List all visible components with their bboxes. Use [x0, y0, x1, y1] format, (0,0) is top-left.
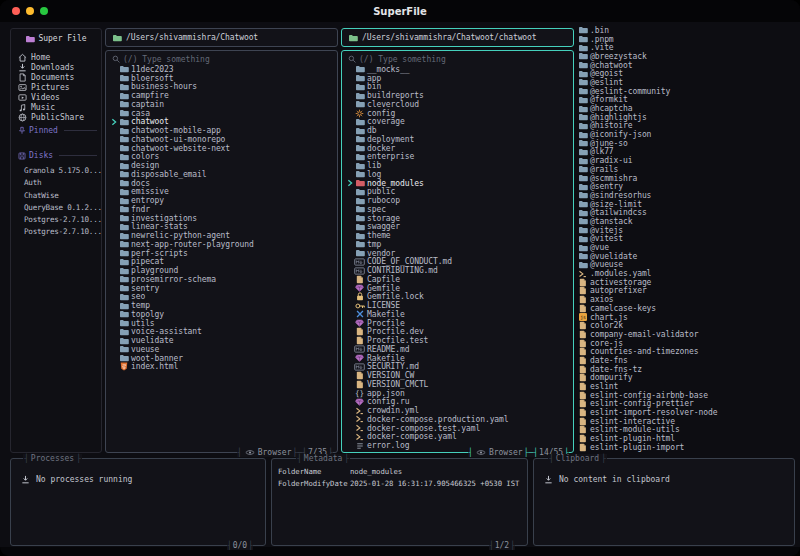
- search-bar[interactable]: (/) Type something: [106, 54, 337, 65]
- file-row[interactable]: .pnpm: [577, 35, 800, 44]
- file-row[interactable]: fndr: [106, 205, 337, 214]
- file-row[interactable]: CODE_OF_CONDUCT.md: [342, 258, 573, 267]
- file-row[interactable]: date-fns: [577, 356, 800, 365]
- sidebar-item-publicshare[interactable]: PublicShare: [11, 112, 101, 122]
- file-row[interactable]: docker-compose.test.yaml: [342, 424, 573, 433]
- file-row[interactable]: VERSION_CW: [342, 371, 573, 380]
- file-row[interactable]: Gemfile.lock: [342, 293, 573, 302]
- sidebar-item-documents[interactable]: Documents: [11, 72, 101, 82]
- file-row[interactable]: VERSION_CMCTL: [342, 380, 573, 389]
- file-row[interactable]: voice-assistant: [106, 328, 337, 337]
- file-row[interactable]: theme: [342, 231, 573, 240]
- file-row[interactable]: @sentry: [577, 182, 800, 191]
- disk-item[interactable]: ChatWise: [11, 191, 101, 203]
- file-row[interactable]: temp: [106, 301, 337, 310]
- file-row[interactable]: utils: [106, 319, 337, 328]
- file-row[interactable]: entropy: [106, 196, 337, 205]
- file-row[interactable]: Makefile: [342, 310, 573, 319]
- file-row[interactable]: docker-compose.yaml: [342, 433, 573, 442]
- file-row[interactable]: newrelic-python-agent: [106, 231, 337, 240]
- sidebar-item-music[interactable]: Music: [11, 102, 101, 112]
- file-row[interactable]: docker: [342, 144, 573, 153]
- file-row[interactable]: eslint-plugin-html: [577, 434, 800, 443]
- file-row[interactable]: sentry: [106, 284, 337, 293]
- file-row[interactable]: autoprefixer: [577, 287, 800, 296]
- file-row[interactable]: prosemirror-schema: [106, 275, 337, 284]
- file-row[interactable]: disposable_email: [106, 170, 337, 179]
- file-row[interactable]: chatwoot-mobile-app: [106, 126, 337, 135]
- file-row[interactable]: camelcase-keys: [577, 304, 800, 313]
- file-row[interactable]: {}app.json: [342, 389, 573, 398]
- file-row[interactable]: @iconify-json: [577, 130, 800, 139]
- file-row[interactable]: bloersoft: [106, 74, 337, 83]
- file-row[interactable]: @tanstack: [577, 217, 800, 226]
- file-row[interactable]: woot-banner: [106, 354, 337, 363]
- file-row[interactable]: README.md: [342, 345, 573, 354]
- file-row[interactable]: linear-stats: [106, 223, 337, 232]
- sidebar-item-videos[interactable]: Videos: [11, 92, 101, 102]
- sidebar-item-home[interactable]: Home: [11, 52, 101, 62]
- file-row[interactable]: eslint-config-prettier: [577, 400, 800, 409]
- file-row[interactable]: 11dec2023: [106, 65, 337, 74]
- file-row[interactable]: captain: [106, 100, 337, 109]
- file-row[interactable]: @egoist: [577, 69, 800, 78]
- file-row[interactable]: rubocop: [342, 196, 573, 205]
- file-row[interactable]: SECURITY.md: [342, 363, 573, 372]
- file-row[interactable]: buildreports: [342, 91, 573, 100]
- file-row[interactable]: countries-and-timezones: [577, 347, 800, 356]
- file-row[interactable]: node_modules: [342, 179, 573, 188]
- minimize-window-button[interactable]: [26, 7, 34, 15]
- file-row[interactable]: @size-limit: [577, 200, 800, 209]
- file-row[interactable]: Capfile: [342, 275, 573, 284]
- file-row[interactable]: @rails: [577, 165, 800, 174]
- file-row[interactable]: seo: [106, 293, 337, 302]
- file-row[interactable]: eslint-plugin-import: [577, 443, 800, 452]
- file-row[interactable]: log: [342, 170, 573, 179]
- file-row[interactable]: @vuelidate: [577, 252, 800, 261]
- file-row[interactable]: Rakefile: [342, 354, 573, 363]
- file-row[interactable]: @sindresorhus: [577, 191, 800, 200]
- file-row[interactable]: config: [342, 109, 573, 118]
- file-row[interactable]: db: [342, 126, 573, 135]
- disk-item[interactable]: QueryBase 0.1.2...: [11, 203, 101, 215]
- file-row[interactable]: @lk77: [577, 148, 800, 157]
- file-row[interactable]: activestorage: [577, 278, 800, 287]
- file-row[interactable]: @hcaptcha: [577, 104, 800, 113]
- file-row[interactable]: color2k: [577, 321, 800, 330]
- file-row[interactable]: eslint-interactive: [577, 417, 800, 426]
- file-row[interactable]: Procfile.dev: [342, 328, 573, 337]
- file-row[interactable]: CONTRIBUTING.md: [342, 266, 573, 275]
- disk-item[interactable]: Granola 5.175.0...: [11, 166, 101, 178]
- file-row[interactable]: eslint-config-airbnb-base: [577, 391, 800, 400]
- sidebar-item-downloads[interactable]: Downloads: [11, 62, 101, 72]
- file-row[interactable]: chatwoot: [106, 118, 337, 127]
- file-row[interactable]: @chatwoot: [577, 61, 800, 70]
- file-row[interactable]: design: [106, 161, 337, 170]
- file-row[interactable]: Procfile.test: [342, 336, 573, 345]
- file-row[interactable]: crowdin.yml: [342, 406, 573, 415]
- file-row[interactable]: .bin: [577, 26, 800, 35]
- file-row[interactable]: config.ru: [342, 398, 573, 407]
- file-row[interactable]: @vue: [577, 243, 800, 252]
- file-row[interactable]: axios: [577, 295, 800, 304]
- file-row[interactable]: clevercloud: [342, 100, 573, 109]
- file-row[interactable]: lib: [342, 161, 573, 170]
- file-row[interactable]: __mocks__: [342, 65, 573, 74]
- file-row[interactable]: docs: [106, 179, 337, 188]
- file-row[interactable]: campfire: [106, 91, 337, 100]
- file-row[interactable]: @radix-ui: [577, 156, 800, 165]
- file-row[interactable]: eslint: [577, 382, 800, 391]
- file-row[interactable]: Procfile: [342, 319, 573, 328]
- file-row[interactable]: enterprise: [342, 153, 573, 162]
- file-row[interactable]: colors: [106, 153, 337, 162]
- file-row[interactable]: @eslint: [577, 78, 800, 87]
- file-row[interactable]: core-js: [577, 339, 800, 348]
- file-row[interactable]: index.html: [106, 363, 337, 372]
- file-row[interactable]: next-app-router-playground: [106, 240, 337, 249]
- file-row[interactable]: vuelidate: [106, 336, 337, 345]
- search-bar[interactable]: (/) Type something: [342, 54, 573, 65]
- file-row[interactable]: swagger: [342, 223, 573, 232]
- file-row[interactable]: eslint-import-resolver-node: [577, 408, 800, 417]
- file-row[interactable]: bin: [342, 83, 573, 92]
- file-row[interactable]: date-fns-tz: [577, 365, 800, 374]
